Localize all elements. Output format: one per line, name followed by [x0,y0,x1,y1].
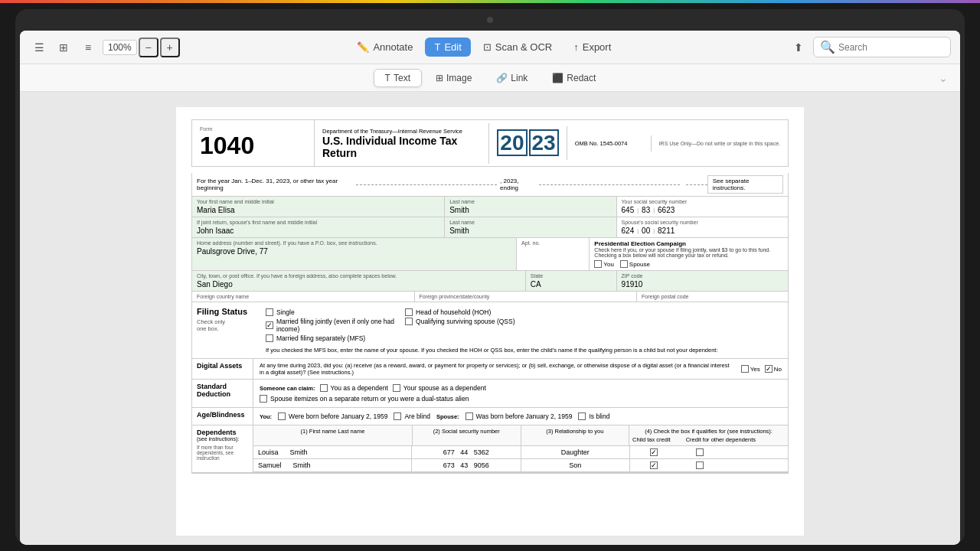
samuel-other-credit-checkbox[interactable] [696,461,704,469]
qss-label: Qualifying surviving spouse (QSS) [416,318,514,325]
app-window: ☰ ⊞ ≡ 100% − + ✏️ Annotate T Edit [20,31,960,545]
spouse-ssn-value: 624 | 00 | 8211 [622,227,783,235]
redact-tool-button[interactable]: ⬛ Redact [541,70,606,86]
state-label: State [531,273,612,279]
filing-col-left: Single ✓ Married filing jointly (even if… [266,307,397,344]
address-value[interactable]: Paulsgrove Drive, 77 [197,247,511,256]
dependents-table-header: (1) First name Last name (2) Social secu… [253,425,788,446]
single-checkbox[interactable] [266,308,273,316]
city-cell: City, town, or post office. If you have … [192,271,526,291]
foreign-postal-label: Foreign postal code [642,294,783,299]
export-button[interactable]: ↑ Export [564,37,620,57]
city-value[interactable]: San Diego [197,280,521,289]
spouse-first-value[interactable]: John Isaac [197,227,439,235]
state-value[interactable]: CA [531,280,612,289]
zoom-in-button[interactable]: + [160,37,180,57]
top-gradient-bar [0,0,980,3]
samuel-child-credit-checkbox[interactable]: ✓ [650,461,658,469]
scan-icon: ⊡ [483,41,492,53]
dep-col-ssn: (2) Social security number [413,425,521,445]
foreign-country-label: Foreign country name [197,294,410,299]
louisa-other-credit-checkbox[interactable] [696,448,704,456]
zoom-out-button[interactable]: − [139,37,158,57]
toolbar-collapse-icon[interactable]: ⌄ [939,72,948,84]
spouse-ssn-part2[interactable]: 00 [642,227,650,235]
filing-status-title: Filing Status [197,307,258,316]
redact-tool-icon: ⬛ [552,73,564,83]
share-icon[interactable]: ⬆ [789,37,808,57]
annotate-button[interactable]: ✏️ Annotate [348,37,422,57]
export-icon: ↑ [573,41,579,53]
address-row: Home address (number and street). If you… [192,238,788,271]
dep-col4-subcols: Child tax credit Credit for other depend… [632,436,785,443]
see-separate: See separate instructions. [707,175,783,194]
list-view-icon[interactable]: ≡ [78,37,98,57]
louisa-child-credit-checkbox[interactable]: ✓ [650,448,658,456]
image-tool-button[interactable]: ⊞ Image [425,70,482,86]
yes-no-group: Yes ✓ No [741,365,782,373]
link-tool-icon: 🔗 [496,73,508,83]
ssn-part2[interactable]: 83 [642,206,650,214]
first-name-value[interactable]: Maria Elisa [197,206,439,214]
zoom-value[interactable]: 100% [103,40,137,55]
foreign-province-label: Foreign province/state/county [420,294,632,299]
presidential-cell: Presidential Election Campaign Check her… [590,238,788,270]
mfj-checkbox[interactable]: ✓ [266,321,273,329]
spouse-ssn-part1[interactable]: 624 [622,227,635,235]
zip-value[interactable]: 91910 [622,280,783,289]
are-blind-checkbox[interactable] [394,412,401,420]
camera-dot [487,17,493,23]
scan-ocr-button[interactable]: ⊡ Scan & OCR [474,37,561,57]
born-before-checkbox[interactable] [278,412,286,420]
check-note: Check onlyone box. [197,318,258,332]
address-cell: Home address (number and street). If you… [192,238,517,270]
someone-claim-label: Someone can claim: [260,385,315,392]
qss-checkbox[interactable] [405,318,413,325]
dep-louisa-credits: ✓ [630,446,788,458]
form-main-title: U.S. Individual Income Tax Return [322,135,481,159]
presidential-spouse-checkbox[interactable] [620,260,628,268]
no-checkbox[interactable]: ✓ [765,365,773,373]
spouse-last-value[interactable]: Smith [449,227,611,235]
image-tool-icon: ⊞ [436,73,443,83]
edit-button[interactable]: T Edit [425,37,470,57]
camera-bar [15,9,965,31]
ssn-part1[interactable]: 645 [622,206,635,214]
grid-view-icon[interactable]: ⊞ [54,37,74,57]
spouse-ssn-part3[interactable]: 8211 [658,227,675,235]
hoh-checkbox[interactable] [405,308,413,316]
address-label: Home address (number and street). If you… [197,240,511,246]
first-name-cell: Your first name and middle initial Maria… [192,197,445,217]
sidebar-toggle-icon[interactable]: ☰ [29,37,49,57]
link-tool-button[interactable]: 🔗 Link [485,70,538,86]
is-blind-checkbox[interactable] [578,412,586,420]
apt-label: Apt. no. [521,240,584,246]
foreign-province-cell: Foreign province/state/county [415,292,638,302]
dep-louisa-name: Louisa Smith [253,446,412,458]
toolbar-center: ✏️ Annotate T Edit ⊡ Scan & OCR ↑ Export [186,37,782,57]
standard-deduction-section: Standard Deduction Someone can claim: Yo… [192,380,788,408]
you-dependent-checkbox[interactable] [320,384,328,392]
search-box[interactable]: 🔍 [813,37,951,57]
last-name-value[interactable]: Smith [449,206,611,214]
filing-options: Single ✓ Married filing jointly (even if… [266,307,537,344]
text-tool-button[interactable]: T Text [374,69,422,87]
form-title-col: Department of the Treasury—Internal Reve… [315,123,489,164]
year-20-line [686,184,707,185]
spouse-last-label: Last name [449,220,611,225]
spouse-ssn-label: Spouse's social security number [622,220,783,225]
search-input[interactable] [838,42,944,53]
yes-checkbox[interactable] [741,365,749,373]
ssn-part3[interactable]: 6623 [658,206,675,214]
ssn-cell: Your social security number 645 | 83 | 6… [617,197,788,217]
spouse-itemizes-checkbox[interactable] [260,395,267,403]
spouse-dependent-checkbox[interactable] [393,384,400,392]
ssn-label: Your social security number [622,199,783,204]
filing-single: Single [266,308,397,316]
spouse-born-checkbox[interactable] [466,412,473,420]
dependents-main-row: Dependents (see instructions): If more t… [192,425,788,472]
spouse-age-label: Spouse: [436,413,459,420]
state-cell: State CA [526,271,617,291]
mfs-checkbox[interactable] [266,334,273,342]
presidential-you-checkbox[interactable] [594,260,602,268]
